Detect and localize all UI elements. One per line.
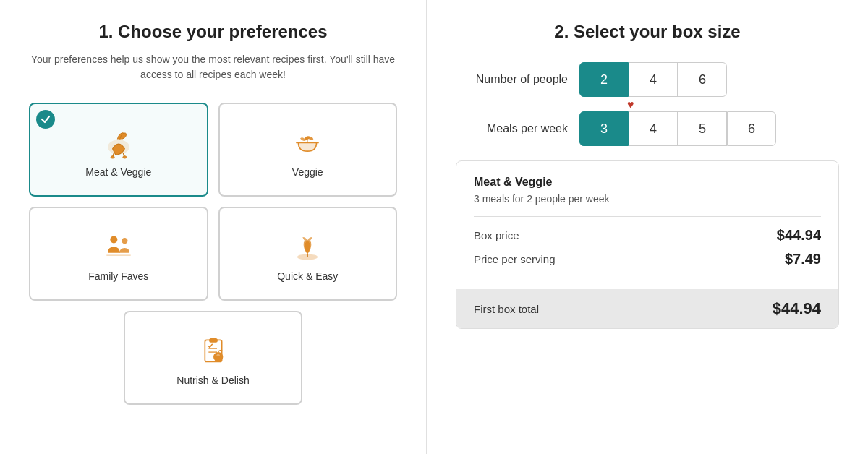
people-option-4[interactable]: 4 <box>629 62 678 97</box>
summary-footer: First box total $44.94 <box>456 289 838 328</box>
meals-option-5[interactable]: 5 <box>678 111 727 146</box>
card-nutrish-delish[interactable]: Nutrish & Delish <box>124 311 303 405</box>
people-option-2[interactable]: 2 <box>579 62 629 97</box>
meals-btn-group: 3 4 5 6 <box>579 111 776 146</box>
people-option-6[interactable]: 6 <box>678 62 727 97</box>
card-quick-easy[interactable]: Quick & Easy <box>218 207 398 301</box>
svg-point-16 <box>213 352 223 361</box>
meals-selector-row: Meals per week 3 4 5 6 <box>456 111 839 146</box>
left-title: 1. Choose your preferences <box>29 22 397 42</box>
left-panel: 1. Choose your preferences Your preferen… <box>0 0 427 454</box>
card-nutrish-delish-label: Nutrish & Delish <box>176 374 249 386</box>
first-box-label: First box total <box>474 303 539 315</box>
meals-option-6[interactable]: 6 <box>727 111 776 146</box>
meals-option-3[interactable]: 3 <box>579 111 629 146</box>
price-per-serving-row: Price per serving $7.49 <box>474 251 821 267</box>
meals-option-4[interactable]: 4 <box>629 111 678 146</box>
selected-check-icon <box>36 110 55 129</box>
svg-point-8 <box>122 238 127 244</box>
card-quick-easy-label: Quick & Easy <box>277 270 338 282</box>
box-price-label: Box price <box>474 229 519 241</box>
quick-icon <box>289 228 326 265</box>
price-per-serving-value: $7.49 <box>785 251 821 267</box>
family-icon <box>101 228 137 265</box>
first-box-value: $44.94 <box>773 299 821 318</box>
summary-plan-title: Meat & Veggie <box>474 176 821 189</box>
left-subtitle: Your preferences help us show you the mo… <box>29 52 397 82</box>
meals-row-wrapper: ♥ Meals per week 3 4 5 6 <box>456 111 839 146</box>
meals-label: Meals per week <box>456 122 568 135</box>
card-family-faves-label: Family Faves <box>88 270 148 282</box>
svg-rect-13 <box>209 338 218 343</box>
meat-veggie-icon <box>101 124 137 160</box>
price-per-serving-label: Price per serving <box>474 253 556 265</box>
svg-point-4 <box>123 156 127 158</box>
box-price-value: $44.94 <box>777 227 821 244</box>
right-panel: 2. Select your box size Number of people… <box>427 0 868 454</box>
card-meat-veggie[interactable]: Meat & Veggie <box>29 103 208 197</box>
box-price-row: Box price $44.94 <box>474 227 821 244</box>
people-btn-group: 2 4 6 <box>579 62 727 97</box>
right-title: 2. Select your box size <box>456 22 839 42</box>
people-label: Number of people <box>456 73 568 86</box>
card-family-faves[interactable]: Family Faves <box>29 207 208 301</box>
summary-box: Meat & Veggie 3 meals for 2 people per w… <box>456 160 839 329</box>
summary-divider <box>474 216 821 217</box>
card-veggie-label: Veggie <box>292 166 323 178</box>
summary-plan-desc: 3 meals for 2 people per week <box>474 193 821 205</box>
card-veggie[interactable]: Veggie <box>218 103 398 197</box>
people-selector-row: Number of people 2 4 6 <box>456 62 839 97</box>
svg-point-3 <box>111 156 114 158</box>
card-meat-veggie-label: Meat & Veggie <box>85 166 151 178</box>
veggie-icon <box>289 124 326 160</box>
summary-inner: Meat & Veggie 3 meals for 2 people per w… <box>456 161 838 289</box>
nutrish-icon <box>195 333 231 369</box>
heart-icon: ♥ <box>627 98 634 111</box>
preferences-grid: Meat & Veggie Veggie <box>29 103 397 301</box>
svg-point-7 <box>110 236 117 243</box>
